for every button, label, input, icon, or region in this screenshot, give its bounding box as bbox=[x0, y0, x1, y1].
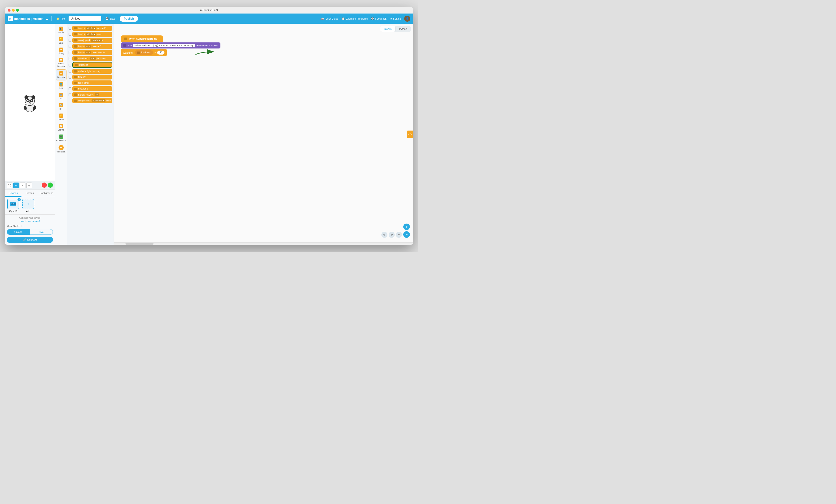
block-button-pressed-btn[interactable]: button A ▼ pressed? bbox=[72, 44, 112, 49]
hat-block-label: when CyberPi starts up bbox=[129, 37, 157, 40]
block-timer: timer(s) bbox=[69, 75, 112, 79]
tab-blocks[interactable]: Blocks bbox=[380, 26, 395, 32]
redo-btn[interactable]: ↻ bbox=[388, 232, 395, 238]
block-joystick-count-btn[interactable]: joystick middle ▼ cou... bbox=[72, 32, 112, 37]
block-check-button-counts[interactable] bbox=[69, 51, 71, 54]
block-timer-btn[interactable]: timer(s) bbox=[72, 75, 112, 79]
logo-icon: M bbox=[8, 16, 13, 21]
tab-sprites[interactable]: Sprites bbox=[21, 190, 38, 197]
block-icon-11 bbox=[74, 88, 77, 90]
block-check-joystick-count[interactable] bbox=[69, 33, 71, 36]
tab-devices[interactable]: Devices bbox=[5, 190, 21, 197]
block-battery-btn[interactable]: battery level(%) ▼ bbox=[72, 92, 112, 97]
zoom-in-btn[interactable]: + bbox=[403, 224, 410, 230]
block-ambient-btn[interactable]: ambient light intensity bbox=[72, 69, 112, 74]
palette-audio[interactable]: 🔊 Audio bbox=[56, 25, 66, 35]
grid-view-btn[interactable]: ⊞ bbox=[13, 182, 19, 188]
user-avatar[interactable]: 👤 bbox=[404, 16, 410, 22]
device-close-icon[interactable]: ✕ bbox=[18, 198, 21, 201]
palette-extension[interactable]: + extension bbox=[56, 143, 66, 155]
block-check-hostname[interactable] bbox=[69, 88, 71, 90]
upload-mode-btn[interactable]: Upload bbox=[7, 229, 30, 234]
feedback-link[interactable]: 💬 Feedback bbox=[371, 17, 386, 20]
tile-view-btn[interactable]: ⊟ bbox=[26, 182, 32, 188]
palette-display[interactable]: 🖥 Display bbox=[56, 46, 66, 56]
block-icon-13 bbox=[74, 99, 77, 102]
palette-ai[interactable]: 🤖 AI bbox=[56, 91, 66, 101]
block-check-loudness[interactable] bbox=[69, 64, 71, 66]
block-reset-joystick-btn[interactable]: reset joystick middle ▼ c... bbox=[72, 38, 112, 43]
wait-block[interactable]: wait until loudness > 50 bbox=[121, 49, 167, 56]
add-device-button[interactable]: + bbox=[22, 199, 34, 209]
project-name-input[interactable] bbox=[69, 16, 101, 21]
block-reset-button-btn[interactable]: reset button A ▼ press cou... bbox=[72, 56, 112, 61]
print-text-box[interactable]: Make a loud sound (clap) to start and pr… bbox=[133, 44, 195, 47]
gear-icon: ⚙ bbox=[390, 17, 392, 20]
palette-lan[interactable]: 🌐 LAN bbox=[56, 81, 66, 91]
publish-button[interactable]: Publish bbox=[120, 16, 138, 22]
tab-background[interactable]: Background bbox=[38, 190, 55, 197]
block-icon-6 bbox=[74, 57, 77, 60]
palette-led[interactable]: 💡 LED bbox=[56, 36, 66, 46]
block-joystick-pressed-q-btn[interactable]: joystick middle ▼ pressed ? bbox=[72, 26, 112, 31]
close-button[interactable] bbox=[8, 9, 11, 12]
hat-block[interactable]: when CyberPi starts up bbox=[121, 35, 163, 42]
horizontal-scrollbar[interactable] bbox=[114, 243, 413, 245]
palette-control[interactable]: 🔄 Control bbox=[56, 123, 66, 133]
palette-motion-sensing[interactable]: M Motion Sensing bbox=[56, 56, 66, 69]
block-check-reset-button[interactable] bbox=[69, 57, 71, 60]
sensing-dot: 👁 bbox=[59, 71, 63, 76]
block-check-reset-joystick[interactable] bbox=[69, 39, 71, 42]
palette-sensing[interactable]: 👁 Sensing bbox=[56, 70, 66, 80]
print-block-icon bbox=[123, 44, 127, 46]
block-check-button-pressed[interactable] bbox=[69, 45, 71, 48]
user-guide-link[interactable]: 📖 User Guide bbox=[321, 17, 339, 20]
block-button-press-counts: button A ▼ press counts bbox=[69, 50, 112, 55]
wait-inner-label: loudness bbox=[141, 51, 151, 54]
device-cyberpi[interactable]: ✕ CyberPi bbox=[7, 199, 20, 213]
live-mode-btn[interactable]: Live bbox=[30, 229, 53, 234]
wait-value-box[interactable]: 50 bbox=[157, 51, 165, 55]
operators-label: Operators bbox=[56, 139, 65, 142]
save-button[interactable]: 💾 Save bbox=[103, 16, 118, 21]
hat-block-icon bbox=[124, 38, 127, 40]
add-device-label: Add bbox=[26, 210, 30, 213]
list-view-btn[interactable]: ≡ bbox=[20, 182, 25, 188]
block-loudness-btn[interactable]: loudness bbox=[72, 62, 112, 68]
block-hostname-btn[interactable]: hostname bbox=[72, 86, 112, 91]
file-menu[interactable]: 📁 File bbox=[54, 16, 67, 21]
block-competition-btn[interactable]: competition in automatic ▼ stage bbox=[72, 98, 112, 103]
block-reset-timer-btn[interactable]: reset timer bbox=[72, 80, 112, 85]
undo-btn[interactable]: ↺ bbox=[381, 232, 387, 238]
scrollbar-thumb[interactable] bbox=[126, 243, 153, 245]
how-to-use-link[interactable]: How to use device? bbox=[7, 220, 53, 222]
iot-dot: 📡 bbox=[59, 103, 63, 107]
example-programs-link[interactable]: 📋 Example Programs bbox=[342, 17, 368, 20]
block-button-press-counts-btn[interactable]: button A ▼ press counts bbox=[72, 50, 112, 55]
other-controls: ↺ ↻ = bbox=[381, 232, 402, 238]
fullscreen-btn[interactable]: ⛶ bbox=[7, 182, 12, 188]
block-check-joystick-q[interactable] bbox=[69, 27, 71, 30]
zoom-out-btn[interactable]: − bbox=[403, 231, 410, 238]
run-button[interactable] bbox=[48, 182, 53, 188]
stop-button[interactable] bbox=[42, 182, 47, 188]
tab-python[interactable]: Python bbox=[395, 26, 411, 32]
block-check-timer[interactable] bbox=[69, 76, 71, 79]
block-competition: competition in automatic ▼ stage bbox=[69, 98, 112, 103]
connect-button[interactable]: 🔗 Connect bbox=[7, 237, 53, 243]
palette-operators[interactable]: ➕ Operators bbox=[56, 133, 66, 143]
fit-btn[interactable]: = bbox=[396, 232, 402, 238]
save-icon: 💾 bbox=[106, 17, 109, 20]
palette-events[interactable]: ⚡ Events bbox=[56, 112, 66, 122]
maximize-button[interactable] bbox=[16, 9, 19, 12]
motion-sensing-dot: M bbox=[59, 58, 63, 62]
code-toggle-btn[interactable]: </> bbox=[407, 131, 413, 138]
block-check-battery[interactable] bbox=[69, 93, 71, 96]
minimize-button[interactable] bbox=[12, 9, 15, 12]
lan-label: LAN bbox=[59, 87, 63, 90]
palette-iot[interactable]: 📡 IoT bbox=[56, 102, 66, 112]
block-check-ambient[interactable] bbox=[69, 70, 71, 73]
setting-link[interactable]: ⚙ Setting bbox=[390, 17, 401, 20]
block-icon-2 bbox=[74, 33, 77, 35]
extension-label: extension bbox=[56, 151, 65, 153]
